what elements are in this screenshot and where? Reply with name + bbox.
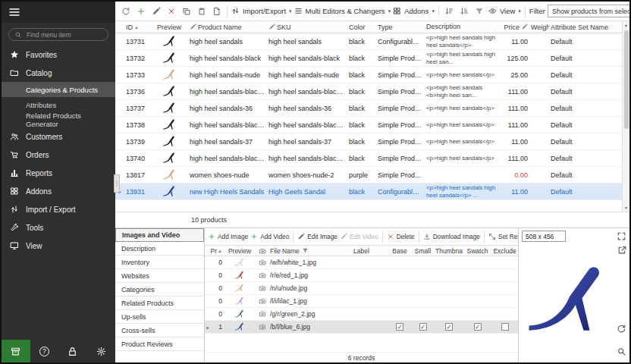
addons-button[interactable]: Addons▾ [393, 7, 435, 15]
scroll-up-arrow[interactable]: ▲ [623, 21, 629, 29]
panel-collapse-handle[interactable]: ⋮ [114, 174, 120, 193]
product-row-13931[interactable]: ▸13931new High Heels SandalsHigh Geels S… [115, 184, 622, 200]
sidebar-item-reports[interactable]: Reports [2, 164, 115, 182]
add-product-button[interactable] [134, 5, 147, 17]
product-row-13731[interactable]: 13731high heel sandalshigh heel sandalsb… [115, 33, 622, 50]
filter-select[interactable]: Show products from selected categories▾ [548, 5, 629, 17]
edit-product-button[interactable] [149, 5, 162, 17]
tab-up-sells[interactable]: Up-sells [115, 310, 204, 324]
sidebar-item-categories-products[interactable]: Categories & Products [2, 82, 115, 97]
add-video-button[interactable]: Add Video [250, 233, 289, 240]
set-resize-rule-button[interactable]: Set Resize Rule [488, 233, 518, 240]
product-row-13817[interactable]: 13817women shoes-nudewomen shoes-nude-2p… [115, 167, 622, 184]
checkbox-exclude[interactable] [501, 323, 509, 331]
product-row-13737[interactable]: 13737high heel sandals-36high heel sanda… [115, 100, 622, 117]
column-header-product-name[interactable]: Product Name [188, 24, 267, 31]
product-row-13740[interactable]: 13740high heel sandals-black-38high heel… [115, 150, 622, 167]
checkbox-small[interactable] [419, 323, 427, 331]
edit-video-button[interactable]: Edit Video [340, 233, 378, 240]
question-button[interactable]: ? [30, 340, 59, 362]
delete-product-button[interactable] [165, 5, 177, 17]
sidebar-item-favorites[interactable]: Favorites [2, 46, 115, 64]
column-header-priority[interactable]: Pr▲ [211, 247, 224, 255]
view-button[interactable]: View▾ [488, 7, 521, 15]
refresh-button[interactable] [119, 5, 132, 17]
resize-dimensions-input[interactable]: 508 x 456 [522, 231, 566, 242]
tab-inventory[interactable]: Inventory [115, 256, 204, 269]
paste-button[interactable] [195, 5, 208, 17]
column-header-swatch[interactable]: Swatch [463, 247, 491, 255]
fullscreen-icon[interactable] [617, 231, 626, 241]
column-header-description[interactable]: Description [425, 23, 499, 31]
menu-search-input[interactable]: Find menu item [8, 28, 108, 41]
column-header-weight[interactable]: Weight [529, 24, 549, 31]
column-header-preview[interactable]: Preview [224, 247, 255, 255]
media-row[interactable]: 0/w/h/white_1.jpg [205, 256, 518, 269]
product-row-13739[interactable]: 13739high heel sandals-37high heel sanda… [115, 133, 622, 150]
sidebar-item-related-products-generator[interactable]: Related Products Generator [2, 112, 115, 127]
add-image-button[interactable]: Add Image [208, 233, 248, 240]
lock-button[interactable] [58, 340, 87, 362]
column-header-thumbnail[interactable]: Thumbna [435, 247, 463, 255]
tab-related-products[interactable]: Related Products [115, 297, 204, 310]
open-external-icon[interactable] [617, 245, 627, 255]
column-header-type[interactable]: Type [376, 24, 425, 31]
sort-asc-button[interactable] [443, 5, 456, 17]
tab-websites[interactable]: Websites [115, 269, 204, 283]
tab-product-reviews[interactable]: Product Reviews [115, 337, 204, 351]
copy-button[interactable] [180, 5, 193, 17]
download-image-button[interactable]: Download Image [423, 233, 480, 240]
store-button[interactable] [2, 340, 30, 362]
tab-cross-sells[interactable]: Cross-sells [115, 324, 204, 337]
product-row-13732[interactable]: 13732high heel sandals-blackhigh heel sa… [115, 50, 622, 67]
media-row[interactable]: 0/n/u/nude.jpg [205, 282, 518, 295]
product-row-13736[interactable]: 13736high heel sandals-black-36high heel… [115, 83, 622, 100]
product-row-13733[interactable]: 13733high heel sandals-nudehigh heel san… [115, 67, 622, 83]
edit-image-button[interactable]: Edit Image [297, 233, 337, 240]
checkbox-base[interactable] [396, 323, 403, 331]
sidebar-item-addons[interactable]: Addons [2, 182, 115, 200]
sidebar-item-customers[interactable]: Customers [2, 127, 115, 146]
import-export-button[interactable]: Import/Export▾ [231, 7, 292, 15]
media-row[interactable]: ▸1/b/l/blue_6.jpg [205, 321, 518, 334]
column-header-sku[interactable]: SKU [267, 24, 347, 31]
sidebar-item-orders[interactable]: Orders [2, 146, 115, 164]
sidebar-item-tools[interactable]: Tools [2, 218, 115, 237]
sidebar-item-catalog[interactable]: Catalog [2, 64, 115, 82]
column-header-small[interactable]: Small [411, 247, 435, 255]
column-header-exclude[interactable]: Exclude [491, 247, 518, 255]
scrollbar-thumb[interactable] [624, 30, 629, 129]
duplicate-button[interactable] [210, 5, 223, 17]
tab-categories[interactable]: Categories [115, 283, 204, 297]
product-row-13738[interactable]: 13738high heel sandals-black-37high heel… [115, 117, 622, 133]
multi-editors-button[interactable]: Multi Editors & Changers▾ [294, 7, 391, 15]
column-header-base[interactable]: Base [388, 247, 411, 255]
sort-desc-button[interactable] [458, 5, 471, 17]
zoom-icon[interactable] [617, 347, 626, 356]
column-header-preview[interactable]: Preview [150, 24, 188, 31]
tab-description[interactable]: Description [115, 242, 204, 256]
refresh-image-icon[interactable] [617, 324, 626, 334]
column-header-color[interactable]: Color [347, 24, 376, 31]
menu-toggle-button[interactable] [2, 2, 115, 23]
plus-icon [250, 233, 258, 240]
column-header-label[interactable]: Label [353, 247, 388, 255]
sidebar-item-import-export[interactable]: Import / Export [2, 200, 115, 218]
column-header-price[interactable]: Price [499, 24, 529, 31]
checkbox-swatch[interactable] [474, 323, 482, 331]
media-row[interactable]: 0/g/r/green_2.jpg [205, 308, 518, 321]
media-row[interactable]: 0/r/e/red_1.jpg [205, 269, 518, 282]
gear-button[interactable] [87, 340, 116, 362]
sidebar-item-view[interactable]: View [2, 237, 115, 255]
tab-images-and-video[interactable]: Images and Video [115, 228, 204, 242]
column-header-file-name[interactable]: File Name [270, 247, 353, 255]
checkbox-thumbnail[interactable] [445, 323, 453, 331]
column-header-id[interactable]: ID▲ [124, 24, 150, 31]
sidebar-item-attributes[interactable]: Attributes [2, 97, 115, 112]
delete-image-button[interactable]: Delete [387, 233, 415, 240]
column-header-attribute-set[interactable]: Attribute Set Name [549, 24, 622, 31]
vertical-scrollbar[interactable]: ▲ ▼ [622, 21, 629, 212]
media-row[interactable]: 0/l/i/lilac_1.jpg [205, 295, 518, 308]
scroll-down-arrow[interactable]: ▼ [623, 204, 629, 212]
clear-filter-button[interactable] [473, 5, 486, 17]
